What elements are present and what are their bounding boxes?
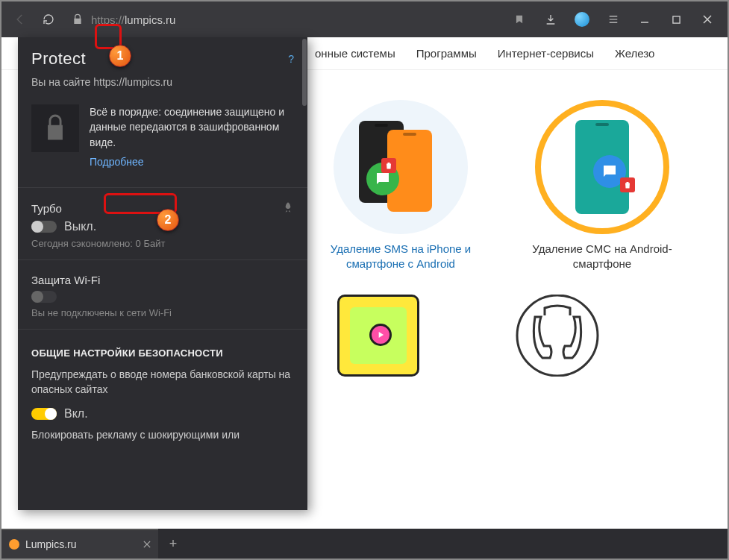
turbo-toggle[interactable] [31,221,57,233]
maximize-button[interactable] [662,5,690,34]
bookmark-icon[interactable] [508,8,531,31]
wifi-title: Защита Wi-Fi [31,274,100,286]
setting-card-warn: Предупреждать о вводе номера банковской … [18,365,307,401]
security-text: Всё в порядке: соединение защищено и дан… [90,104,294,169]
new-tab-button[interactable]: + [158,529,188,559]
url-text: https://lumpics.ru [91,13,175,26]
svg-point-1 [517,295,598,376]
nav-item[interactable]: онные системы [315,47,395,60]
article-card[interactable]: Удаление СМС на Android-смартфоне [524,100,680,272]
tab-bar: Lumpics.ru + [1,529,728,559]
wifi-toggle [31,291,57,303]
tab-title: Lumpics.ru [25,538,76,550]
wifi-sub: Вы не подключены к сети Wi-Fi [31,307,294,318]
close-button[interactable] [693,5,722,34]
turbo-sub: Сегодня сэкономлено: 0 Байт [31,238,294,249]
panel-scrollbar[interactable] [302,39,307,106]
security-section-header: ОБЩИЕ НАСТРОЙКИ БЕЗОПАСНОСТИ [18,336,307,365]
browser-tab[interactable]: Lumpics.ru [1,529,158,559]
browser-toolbar: https://lumpics.ru [1,1,728,37]
back-button[interactable] [7,7,33,32]
card-warn-toggle[interactable] [31,408,57,420]
protect-panel: Protect ? Вы на сайте https://lumpics.ru… [18,37,307,510]
panel-title: Protect [31,49,86,69]
tab-close-icon[interactable] [143,538,151,550]
article-thumb[interactable] [509,295,591,377]
svg-rect-0 [672,16,679,22]
site-lock-icon[interactable] [69,10,87,28]
minimize-button[interactable] [631,5,659,34]
article-card[interactable]: Удаление SMS на iPhone и смартфоне с And… [322,100,479,272]
site-info-text: Вы на сайте https://lumpics.ru [18,75,307,97]
turbo-state: Выкл. [64,220,96,233]
downloads-icon[interactable] [539,8,562,31]
lock-icon [31,104,79,152]
nav-item[interactable]: Интернет-сервисы [498,47,594,60]
setting-block-ads: Блокировать рекламу с шокирующими или [18,425,307,447]
article-thumb[interactable] [337,295,419,377]
callout-badge-2: 2 [157,209,179,231]
nav-item[interactable]: Программы [416,47,477,60]
address-bar[interactable]: https://lumpics.ru [69,10,175,28]
tab-favicon [9,539,19,550]
profile-avatar[interactable] [571,8,593,31]
menu-icon[interactable] [602,8,625,31]
callout-badge-1: 1 [109,45,131,67]
details-link[interactable]: Подробнее [90,154,144,169]
nav-item[interactable]: Железо [615,47,654,60]
card-caption: Удаление SMS на iPhone и смартфоне с And… [322,242,479,272]
card-caption: Удаление СМС на Android-смартфоне [524,242,680,272]
rocket-icon [282,201,294,215]
card-warn-state: Вкл. [64,407,88,421]
help-icon[interactable]: ? [288,53,294,65]
turbo-title: Турбо [31,202,62,215]
reload-button[interactable] [36,7,61,32]
